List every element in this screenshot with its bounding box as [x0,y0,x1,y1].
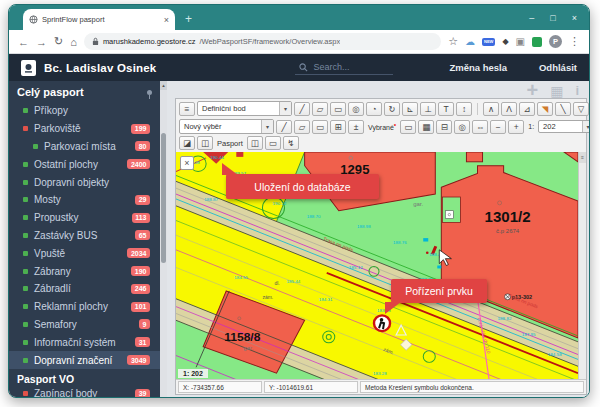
backslash-tool-icon[interactable]: ╲ [555,102,571,116]
sidebar-item-mosty[interactable]: Mosty29 [9,191,160,209]
lightning-icon[interactable]: ↯ [283,136,299,150]
home-icon[interactable]: ⌂ [70,36,77,48]
perpendicular-tool-icon[interactable]: ⊾ [402,102,418,116]
sidebar-item-ostatni-plochy[interactable]: Ostatní plochy2400 [9,155,160,173]
angle-tool-icon[interactable]: ∧ [483,102,499,116]
zoom-in-icon[interactable]: + [508,120,524,134]
triangle-tool-icon[interactable]: ⊿ [519,102,535,116]
region-icon[interactable]: ▭ [265,136,281,150]
sidebar-item-prikopy[interactable]: Příkopy [9,102,160,120]
profile-avatar[interactable]: P [549,35,562,48]
sidebar-item-parkoviste[interactable]: Parkoviště199 [9,120,160,138]
browser-menu-icon[interactable]: ⋮ [569,35,580,48]
new-tab-button[interactable]: + [185,12,192,26]
sidebar-item-zabrany[interactable]: Zábrany190 [9,262,160,280]
circle-tool-icon[interactable]: ◎ [348,102,364,116]
url-path: /WebPasportSF/framework/Overview.aspx [199,37,340,46]
window-minimize-button[interactable]: – [529,13,534,23]
select-grid-icon[interactable]: ⊞ [330,120,346,134]
layout-panel-icon[interactable]: ▦ [550,83,563,99]
extent-icon[interactable]: ▭ [400,120,416,134]
sidebar-item-reklamni-plochy[interactable]: Reklamní plochy101 [9,298,160,316]
sidebar-item-informacni-system[interactable]: Informační systém31 [9,333,160,351]
sidebar-scrollbar[interactable]: ▴ [160,81,167,397]
browser-tab[interactable]: SprintFlow pasport × [23,9,175,30]
pin-icon[interactable] [147,90,152,95]
scrollbar-up-icon[interactable]: ▴ [160,81,167,90]
callout-save-database: Uložení do databáze [226,174,379,199]
save-icon[interactable]: ◫ [197,136,213,150]
map-canvas[interactable]: 1295č.p 5811301/2č.p 26741158/8gar.gar.z… [176,152,586,379]
count-badge: 29 [135,195,150,205]
scale-input[interactable]: 202 ▾ [538,120,590,133]
count-badge: 246 [131,284,150,294]
url-domain: marushkademo.geostore.cz [103,37,196,46]
polyline-tool-icon[interactable]: ▱ [312,102,328,116]
line-tool-icon[interactable]: ╱ [294,102,310,116]
zoom-out-icon[interactable]: − [490,120,506,134]
pen-extension-icon[interactable]: ◆ [502,37,508,46]
forward-icon[interactable]: → [36,36,47,48]
sidebar-item-propustky[interactable]: Propustky113 [9,209,160,227]
url-bar[interactable]: marushkademo.geostore.cz/WebPasportSF/fr… [84,33,441,50]
draw-mode-select[interactable]: Definiční bod ▾ [197,101,292,116]
pen-tool-icon[interactable]: ◥ [537,102,553,116]
sidebar-section-pasport-vo: Pasport VO [9,369,160,385]
logout-button[interactable]: Odhlásit [539,62,577,73]
sidebar-item-zabradli[interactable]: Zábradlí246 [9,280,160,298]
print-map-icon[interactable]: ⊟ [436,120,452,134]
bookmark-star-icon[interactable]: ☆ [448,35,458,48]
map-label: 185.12 [349,265,363,270]
sidebar-item-parkovaci-mista[interactable]: Parkovací místa80 [9,138,160,156]
cloud-extension-icon[interactable]: ☁ [465,36,475,47]
sidebar-item-zastavky-bus[interactable]: Zastávky BUS65 [9,227,160,245]
map-side-handle[interactable]: ≡ [578,152,586,379]
map-label: gar. [413,201,423,207]
bullet-icon [23,251,28,256]
sidebar-item-zapinaci-body[interactable]: Zapínací body39 [9,385,160,397]
save-edit-icon[interactable]: ◫ [247,136,263,150]
select-polygon-icon[interactable]: ▱ [294,120,310,134]
select-rect-icon[interactable]: ▭ [312,120,328,134]
select-line-icon[interactable]: ╱ [276,120,292,134]
info-panel-icon[interactable]: i [575,83,579,98]
green-extension-icon[interactable] [532,37,542,47]
bullet-icon [23,108,28,113]
angle2-tool-icon[interactable]: Λ [501,102,517,116]
text-tool-icon[interactable]: T [438,102,454,116]
pan-icon[interactable]: ⇔ [472,120,488,134]
cast-extension-icon[interactable]: ▣ [516,36,525,47]
sidebar-item-label: Zapínací body [34,388,135,397]
new-extension-icon[interactable]: NEW [482,38,495,46]
menu-icon[interactable]: ≡ [179,102,195,116]
tab-close-icon[interactable]: × [164,15,169,25]
sidebar-item-label: Dopravní objekty [34,177,154,188]
arc-tool-icon[interactable]: ◔ [366,102,382,116]
vertical-move-tool-icon[interactable]: ↕ [456,102,472,116]
sidebar-item-vpuste[interactable]: Vpuště2034 [9,244,160,262]
traffic-sign-icon[interactable] [374,315,390,331]
handle-collapse-icon[interactable]: ≡ [579,152,586,163]
folder-icon[interactable]: ◪ [179,136,195,150]
snap-tool-icon[interactable]: ▽ [573,102,589,116]
scrollbar-thumb[interactable] [161,133,166,263]
locate-icon[interactable]: ◎ [454,120,470,134]
back-icon[interactable]: ← [18,36,29,48]
plus-minus-icon[interactable]: ± [348,120,364,134]
sidebar-title-row[interactable]: Celý pasport [9,81,160,102]
image-icon[interactable]: ▦ [418,120,434,134]
reload-icon[interactable]: ↻ [54,35,63,48]
map-close-button[interactable]: × [180,156,194,170]
rectangle-tool-icon[interactable]: ▭ [330,102,346,116]
window-maximize-button[interactable]: □ [550,13,555,23]
rotate-tool-icon[interactable]: ↻ [384,102,400,116]
sidebar-item-semafory[interactable]: Semafory9 [9,316,160,334]
sidebar-item-dopravni-znaceni[interactable]: Dopravní značení3049 [9,351,160,369]
orthogonal-tool-icon[interactable]: ⊥ [420,102,436,116]
select-mode-select[interactable]: Nový výběr ▾ [179,119,274,134]
pasport-tab-label[interactable]: Pasport [217,139,243,148]
sidebar-item-dopravni-objekty[interactable]: Dopravní objekty [9,173,160,191]
window-close-button[interactable]: × [572,13,577,23]
search-input[interactable]: Search... [295,60,393,75]
change-password-button[interactable]: Změna hesla [449,62,507,73]
